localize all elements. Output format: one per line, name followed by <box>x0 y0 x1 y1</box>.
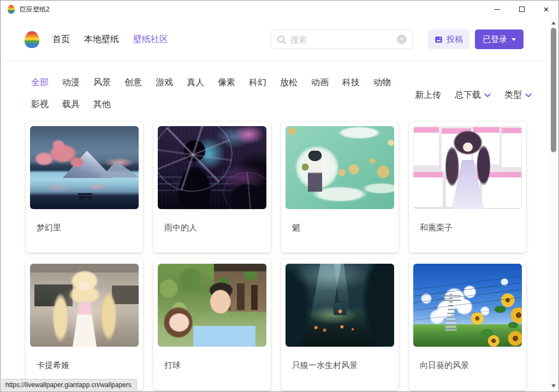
brand-logo-icon <box>25 31 39 48</box>
app-logo-icon <box>8 5 15 14</box>
wallpaper-card[interactable]: 卡提希娅 <box>26 259 143 390</box>
window-controls: ✕ <box>485 1 558 18</box>
sort-type[interactable]: 类型 <box>504 90 532 101</box>
category-animation[interactable]: 动画 <box>311 77 329 88</box>
wallpaper-title: 只狼一水生村风景 <box>292 360 394 371</box>
wallpaper-thumbnail <box>30 126 139 209</box>
art-shape <box>79 281 90 291</box>
minimize-icon <box>494 9 500 10</box>
category-tech[interactable]: 科技 <box>342 77 360 88</box>
sort-type-label: 类型 <box>504 90 522 101</box>
chevron-down-icon <box>512 38 516 41</box>
sort-new-upload[interactable]: 新上传 <box>415 90 441 101</box>
nav-header: 首页 本地壁纸 壁纸社区 ✕ 投稿 已登录 <box>1 18 558 61</box>
scrollbar-thumb[interactable] <box>551 28 556 152</box>
wallpaper-title: 和熏栗子 <box>420 223 522 233</box>
category-scenery[interactable]: 风景 <box>93 77 111 88</box>
titlebar: 巨应壁纸2 ✕ <box>1 1 558 18</box>
category-creative[interactable]: 创意 <box>124 77 142 88</box>
window-title: 巨应壁纸2 <box>20 5 50 14</box>
category-vehicle[interactable]: 载具 <box>62 99 80 110</box>
wallpaper-thumbnail <box>286 126 394 209</box>
wallpaper-thumbnail <box>286 264 394 347</box>
sort-total-download-label: 总下载 <box>455 90 481 101</box>
wallpaper-card[interactable]: 和熏栗子 <box>409 122 526 253</box>
wallpaper-thumbnail <box>158 264 266 347</box>
app-window: 巨应壁纸2 ✕ 首页 本地壁纸 壁纸社区 ✕ 投稿 <box>0 0 559 392</box>
wallpaper-card[interactable]: 向日葵的风景 <box>409 259 526 390</box>
scrollbar-up-icon[interactable] <box>551 21 556 25</box>
scrollbar[interactable] <box>550 18 558 391</box>
search-box: ✕ <box>271 29 413 49</box>
wallpaper-thumbnail <box>413 126 522 209</box>
close-icon: ✕ <box>543 6 549 13</box>
nav-item-wallpaper-community[interactable]: 壁纸社区 <box>133 34 168 45</box>
clear-search-icon[interactable]: ✕ <box>397 34 407 44</box>
minimize-button[interactable] <box>485 1 509 18</box>
nav-item-local-wallpapers[interactable]: 本地壁纸 <box>84 34 119 45</box>
art-shape <box>32 139 87 173</box>
wallpaper-title: 打球 <box>164 360 266 371</box>
wallpaper-card[interactable]: 魈 <box>281 122 399 253</box>
category-game[interactable]: 游戏 <box>156 77 173 88</box>
wallpaper-thumbnail <box>158 126 266 209</box>
nav-item-home[interactable]: 首页 <box>52 34 70 45</box>
close-button[interactable]: ✕ <box>534 1 558 18</box>
art-shape <box>78 193 92 202</box>
filter-bar: 全部 动漫 风景 创意 游戏 真人 像素 科幻 放松 动画 科技 动物 影视 载… <box>1 61 558 109</box>
art-shape <box>463 142 473 152</box>
sort-new-upload-label: 新上传 <box>415 90 441 101</box>
art-shape <box>192 279 257 347</box>
main-content: 首页 本地壁纸 壁纸社区 ✕ 投稿 已登录 全部 动漫 风景 <box>1 18 558 392</box>
account-button[interactable]: 已登录 <box>475 29 524 49</box>
upload-image-icon <box>435 35 443 44</box>
art-shape <box>334 303 347 315</box>
scrollbar-down-icon[interactable] <box>551 384 556 388</box>
wallpaper-title: 卡提希娅 <box>37 360 139 371</box>
art-shape <box>302 151 328 192</box>
category-pixel[interactable]: 像素 <box>218 77 235 88</box>
category-anime[interactable]: 动漫 <box>62 77 80 88</box>
category-all[interactable]: 全部 <box>31 77 49 88</box>
search-icon <box>277 35 286 44</box>
art-shape <box>101 161 139 177</box>
category-scifi[interactable]: 科幻 <box>249 77 266 88</box>
art-shape <box>441 295 461 296</box>
wallpaper-title: 雨中的人 <box>164 223 266 233</box>
status-url: https://livewallpaper.giantapp.cn/wallpa… <box>1 379 137 391</box>
wallpaper-title: 向日葵的风景 <box>420 360 522 371</box>
account-button-label: 已登录 <box>483 34 507 45</box>
sort-total-download[interactable]: 总下载 <box>455 90 491 101</box>
category-list: 全部 动漫 风景 创意 游戏 真人 像素 科幻 放松 动画 科技 动物 影视 载… <box>31 77 408 110</box>
category-film[interactable]: 影视 <box>31 99 49 110</box>
category-relax[interactable]: 放松 <box>280 77 298 88</box>
wallpaper-thumbnail <box>413 264 522 347</box>
submit-button[interactable]: 投稿 <box>428 29 469 49</box>
wallpaper-thumbnail <box>30 264 139 347</box>
art-shape <box>444 294 457 331</box>
primary-nav: 首页 本地壁纸 壁纸社区 <box>52 34 168 45</box>
submit-button-label: 投稿 <box>447 34 463 45</box>
chevron-down-icon <box>525 93 532 98</box>
chevron-down-icon <box>484 93 491 98</box>
wallpaper-card[interactable]: 只狼一水生村风景 <box>281 259 399 390</box>
wallpaper-card[interactable]: 梦幻里 <box>26 122 143 253</box>
maximize-icon <box>519 7 525 12</box>
category-real-person[interactable]: 真人 <box>187 77 204 88</box>
search-input[interactable] <box>290 35 393 44</box>
art-shape <box>413 281 522 297</box>
wallpaper-title: 魈 <box>292 223 394 233</box>
sort-options: 新上传 总下载 类型 <box>415 90 532 101</box>
category-animal[interactable]: 动物 <box>373 77 391 88</box>
wallpaper-card[interactable]: 雨中的人 <box>153 122 271 253</box>
maximize-button[interactable] <box>509 1 534 18</box>
wallpaper-title: 梦幻里 <box>37 223 139 233</box>
wallpaper-grid: 梦幻里 雨中的人 魈 和熏栗子 <box>1 109 558 390</box>
category-other[interactable]: 其他 <box>93 99 111 110</box>
wallpaper-card[interactable]: 打球 <box>153 259 271 390</box>
